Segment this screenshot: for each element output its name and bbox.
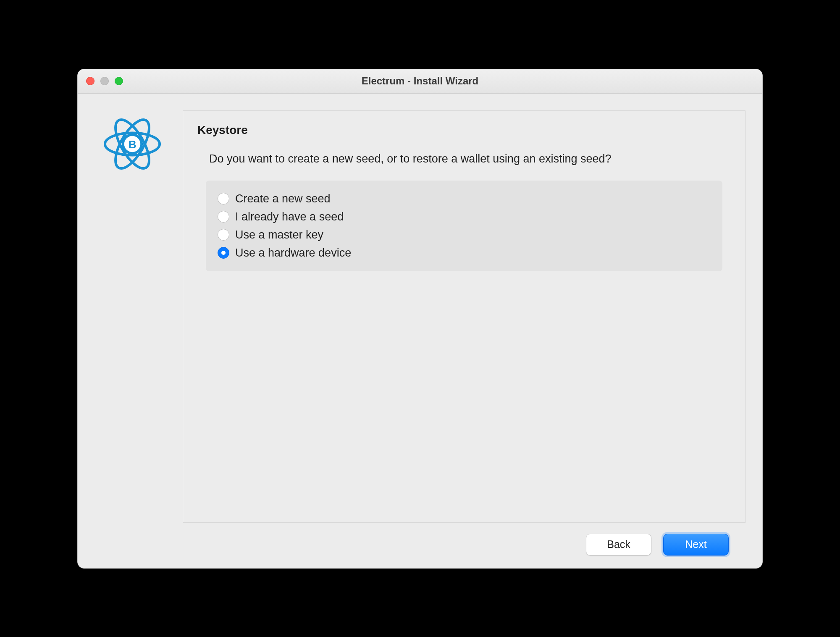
- window-title: Electrum - Install Wizard: [78, 75, 762, 87]
- content-area: B Keystore Do you want to create a new s…: [78, 94, 762, 568]
- radio-icon: [218, 247, 229, 259]
- minimize-icon[interactable]: [100, 77, 109, 85]
- option-label: I already have a seed: [235, 210, 344, 223]
- radio-icon: [218, 211, 229, 223]
- option-already-have-seed[interactable]: I already have a seed: [218, 208, 711, 226]
- option-label: Create a new seed: [235, 192, 331, 205]
- electrum-logo-icon: B: [101, 113, 163, 175]
- options-group: Create a new seed I already have a seed …: [206, 181, 722, 271]
- maximize-icon[interactable]: [115, 77, 123, 85]
- install-wizard-window: Electrum - Install Wizard B Keystore Do …: [77, 69, 763, 569]
- panel-heading: Keystore: [197, 123, 731, 137]
- panel-question: Do you want to create a new seed, or to …: [197, 151, 643, 166]
- option-label: Use a master key: [235, 228, 323, 241]
- radio-icon: [218, 193, 229, 204]
- option-use-hardware-device[interactable]: Use a hardware device: [218, 244, 711, 262]
- titlebar: Electrum - Install Wizard: [78, 69, 762, 94]
- next-button[interactable]: Next: [663, 534, 729, 556]
- button-label: Next: [685, 538, 706, 550]
- option-label: Use a hardware device: [235, 246, 351, 260]
- close-icon[interactable]: [86, 77, 94, 85]
- option-create-new-seed[interactable]: Create a new seed: [218, 190, 711, 208]
- radio-icon: [218, 229, 229, 241]
- back-button[interactable]: Back: [586, 534, 651, 556]
- svg-text:B: B: [128, 138, 136, 151]
- option-use-master-key[interactable]: Use a master key: [218, 226, 711, 244]
- button-label: Back: [607, 538, 630, 550]
- logo-column: B: [94, 110, 170, 523]
- button-row: Back Next: [94, 523, 746, 556]
- window-controls: [86, 77, 123, 85]
- main-panel: Keystore Do you want to create a new see…: [183, 110, 746, 523]
